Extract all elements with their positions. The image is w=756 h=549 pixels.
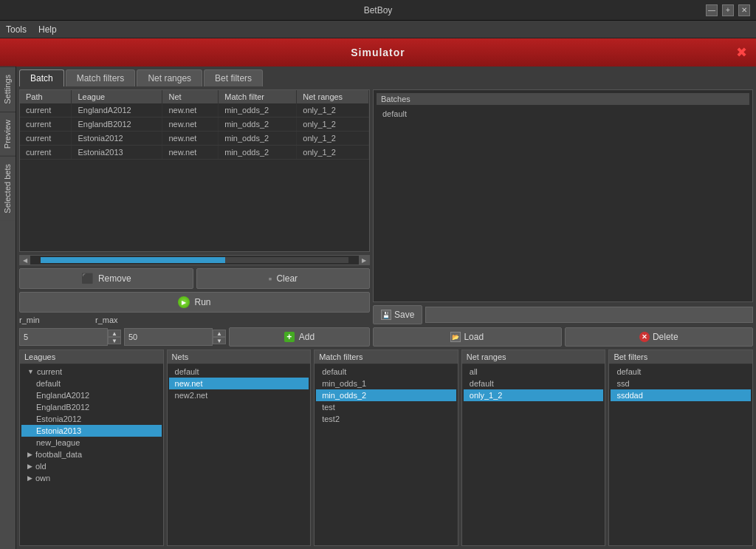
r-max-down[interactable]: ▼: [213, 337, 226, 344]
clear-button[interactable]: ▪ Clear: [196, 268, 371, 289]
r-min-up[interactable]: ▲: [108, 330, 121, 337]
r-max-input[interactable]: [124, 328, 213, 346]
menu-tools[interactable]: Tools: [6, 24, 27, 35]
net-ranges-list[interactable]: alldefaultonly_1_2: [462, 364, 605, 545]
batches-save-row: 💾 Save: [373, 305, 753, 324]
r-min-group: r_min: [19, 316, 45, 324]
table-cell-match_filter: min_odds_2: [219, 146, 297, 160]
horizontal-scrollbar[interactable]: ◀ ▶: [19, 255, 370, 265]
nets-list[interactable]: defaultnew.netnew2.net: [168, 364, 311, 545]
col-net-ranges: Net ranges: [297, 90, 369, 103]
tree-arrow: ▶: [27, 463, 32, 470]
run-icon: ▶: [178, 296, 190, 308]
tab-match-filters[interactable]: Match filters: [66, 69, 136, 86]
list-item[interactable]: EnglandA2012: [21, 389, 162, 401]
tab-net-ranges[interactable]: Net ranges: [137, 69, 202, 86]
list-item[interactable]: min_odds_1: [316, 378, 456, 389]
table-cell-match_filter: min_odds_2: [219, 117, 297, 132]
close-button[interactable]: ✕: [738, 4, 750, 16]
tab-bet-filters[interactable]: Bet filters: [204, 69, 263, 86]
scrollbar-thumb[interactable]: [41, 257, 225, 263]
r-min-spinners: ▲ ▼: [108, 330, 121, 344]
save-name-input[interactable]: [425, 307, 753, 323]
list-item[interactable]: ▼current: [21, 366, 162, 378]
nets-header: Nets: [168, 350, 311, 364]
r-min-input[interactable]: [19, 328, 108, 346]
list-item[interactable]: Estonia2013: [21, 425, 162, 437]
list-item[interactable]: min_odds_2: [316, 389, 456, 401]
minimize-button[interactable]: —: [706, 4, 718, 16]
load-icon: 📂: [450, 332, 461, 342]
match-filters-panel: Match filters defaultmin_odds_1min_odds_…: [314, 349, 458, 546]
table-cell-net_ranges: only_1_2: [297, 117, 369, 132]
remove-button[interactable]: ⬛ Remove: [19, 268, 193, 289]
r-min-label: r_min: [19, 316, 45, 324]
scroll-right-arrow[interactable]: ▶: [359, 255, 369, 265]
batch-item-default[interactable]: default: [377, 108, 749, 120]
tree-arrow: ▶: [27, 474, 32, 482]
table-cell-match_filter: min_odds_2: [219, 132, 297, 146]
match-filters-list[interactable]: defaultmin_odds_1min_odds_2testtest2: [315, 364, 458, 545]
menu-help[interactable]: Help: [38, 24, 57, 35]
run-button[interactable]: ▶ Run: [19, 292, 370, 313]
list-item[interactable]: default: [21, 378, 162, 389]
list-item[interactable]: ▶old: [21, 460, 162, 472]
maximize-button[interactable]: +: [722, 4, 734, 16]
load-button[interactable]: 📂 Load: [373, 327, 562, 347]
list-item[interactable]: test: [316, 401, 456, 413]
r-max-input-group: ▲ ▼: [124, 328, 226, 346]
simulator-title: Simulator: [351, 47, 405, 58]
params-add-row: ▲ ▼ ▲ ▼ + Add: [19, 327, 370, 347]
list-item[interactable]: default: [316, 366, 456, 378]
side-tab-settings[interactable]: Settings: [0, 67, 16, 112]
col-path: Path: [20, 90, 72, 103]
save-label: Save: [394, 310, 414, 320]
batch-table-container[interactable]: Path League Net Match filter Net ranges …: [19, 89, 370, 252]
table-cell-league: Estonia2013: [72, 146, 162, 160]
list-item[interactable]: default: [169, 366, 309, 378]
list-item[interactable]: ssddad: [611, 389, 751, 401]
simulator-header: Simulator ✖: [0, 38, 756, 67]
side-tab-selected-bets[interactable]: Selected bets: [0, 156, 16, 221]
net-ranges-panel: Net ranges alldefaultonly_1_2: [461, 349, 606, 546]
remove-clear-row: ⬛ Remove ▪ Clear: [19, 268, 370, 289]
delete-icon: ✕: [639, 332, 650, 342]
list-item[interactable]: new2.net: [169, 389, 309, 401]
table-row[interactable]: currentEstonia2013new.netmin_odds_2only_…: [20, 146, 369, 160]
table-row[interactable]: currentEnglandB2012new.netmin_odds_2only…: [20, 117, 369, 132]
table-cell-net: new.net: [162, 117, 219, 132]
list-item[interactable]: ▶own: [21, 472, 162, 484]
save-button[interactable]: 💾 Save: [373, 305, 422, 324]
list-item[interactable]: default: [611, 366, 751, 378]
clear-icon: ▪: [268, 273, 272, 284]
list-item[interactable]: only_1_2: [464, 389, 604, 401]
table-cell-net: new.net: [162, 146, 219, 160]
window-title: BetBoy: [50, 5, 706, 16]
add-button[interactable]: + Add: [229, 327, 370, 347]
table-row[interactable]: currentEnglandA2012new.netmin_odds_2only…: [20, 103, 369, 117]
list-item[interactable]: ssd: [611, 378, 751, 389]
list-item[interactable]: Estonia2012: [21, 413, 162, 425]
list-item[interactable]: default: [464, 378, 604, 389]
tree-arrow: ▶: [27, 451, 32, 458]
list-item[interactable]: test2: [316, 413, 456, 425]
r-min-down[interactable]: ▼: [108, 337, 121, 344]
inner-content: Path League Net Match filter Net ranges …: [16, 86, 756, 349]
r-max-up[interactable]: ▲: [213, 330, 226, 337]
list-item[interactable]: ▶football_data: [21, 449, 162, 460]
params-row: r_min r_max: [19, 316, 370, 324]
list-item[interactable]: all: [464, 366, 604, 378]
list-item[interactable]: new.net: [169, 378, 309, 389]
table-row[interactable]: currentEstonia2012new.netmin_odds_2only_…: [20, 132, 369, 146]
tab-batch[interactable]: Batch: [19, 69, 64, 86]
table-cell-league: EnglandA2012: [72, 103, 162, 117]
side-tab-preview[interactable]: Preview: [0, 112, 16, 156]
list-item[interactable]: EnglandB2012: [21, 401, 162, 413]
content-area: Batch Match filters Net ranges Bet filte…: [16, 67, 756, 549]
leagues-list[interactable]: ▼currentdefaultEnglandA2012EnglandB2012E…: [20, 364, 163, 545]
scrollbar-track[interactable]: [41, 257, 348, 263]
scroll-left-arrow[interactable]: ◀: [20, 255, 30, 265]
list-item[interactable]: new_league: [21, 437, 162, 449]
delete-button[interactable]: ✕ Delete: [565, 327, 754, 347]
bet-filters-list[interactable]: defaultssdssddad: [609, 364, 752, 545]
